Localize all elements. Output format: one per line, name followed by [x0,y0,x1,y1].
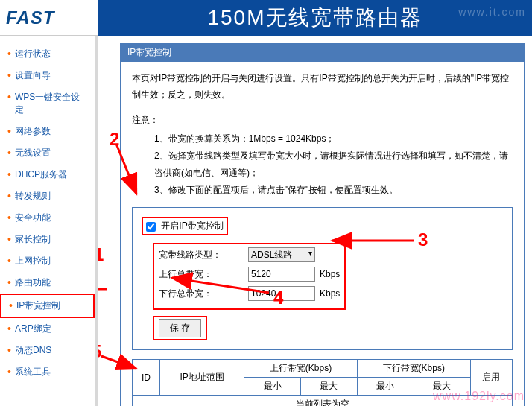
annotation-1: 1 [98,244,104,265]
sidebar-item-14[interactable]: 系统工具 [0,361,95,383]
sidebar-item-2[interactable]: WPS一键安全设定 [0,86,95,121]
sidebar-item-9[interactable]: 上网控制 [0,250,95,272]
th-up: 上行带宽(Kbps) [244,360,358,378]
sidebar-item-5[interactable]: DHCP服务器 [0,164,95,185]
note-list: 1、带宽的换算关系为：1Mbps = 1024Kbps；2、选择宽带线路类型及填… [154,130,513,198]
sidebar-item-13[interactable]: 动态DNS [0,340,95,361]
sidebar-item-12[interactable]: ARP绑定 [0,318,95,340]
note-2: 3、修改下面的配置项后，请点击"保存"按钮，使配置项生效。 [154,182,513,199]
note-title: 注意： [132,114,513,127]
intro-text: 本页对IP带宽控制的开启与关闭进行设置。只有IP带宽控制的总开关为开启时，后续的… [132,71,513,103]
sidebar-item-3[interactable]: 网络参数 [0,121,95,142]
downstream-input[interactable] [248,286,315,301]
th-up-max: 最大 [301,378,358,396]
config-box: 开启IP带宽控制 宽带线路类型： ADSL线路 上行总带宽： Kbps [132,207,513,350]
arrow-1 [98,282,109,299]
th-up-min: 最小 [244,378,301,396]
page-title: 150M无线宽带路由器 www.it.com [98,0,532,36]
save-button[interactable]: 保 存 [159,319,201,337]
annotation-2: 2 [110,129,119,150]
unit-down: Kbps [320,288,340,299]
sidebar-item-6[interactable]: 转发规则 [0,185,95,207]
enable-label: 开启IP带宽控制 [161,221,223,231]
note-0: 1、带宽的换算关系为：1Mbps = 1024Kbps； [154,130,513,148]
sidebar-item-4[interactable]: 无线设置 [0,142,95,164]
enable-row: 开启IP带宽控制 [142,217,228,235]
sidebar-item-10[interactable]: 路由功能 [0,272,95,294]
upstream-input[interactable] [248,267,315,282]
upstream-label: 上行总带宽： [159,268,248,281]
sidebar-item-11[interactable]: IP带宽控制 [0,294,95,318]
downstream-label: 下行总带宽： [159,288,248,300]
unit-up: Kbps [320,269,340,279]
header-watermark: www.it.com [458,6,526,18]
line-type-select[interactable]: ADSL线路 [248,247,315,262]
th-down-min: 最小 [357,378,414,396]
logo-area: FAST [0,0,98,36]
content-panel: IP带宽控制 本页对IP带宽控制的开启与关闭进行设置。只有IP带宽控制的总开关为… [98,36,532,406]
title-text: 150M无线宽带路由器 [207,4,422,32]
sidebar-item-7[interactable]: 安全功能 [0,207,95,229]
sidebar-item-1[interactable]: 设置向导 [0,65,95,86]
sidebar-item-0[interactable]: 运行状态 [0,43,95,65]
sidebar-item-8[interactable]: 家长控制 [0,229,95,250]
panel-title: IP带宽控制 [120,43,525,62]
note-1: 2、选择宽带线路类型及填写带宽大小时，请根据实际情况进行选择和填写，如不清楚，请… [154,148,513,182]
sidebar: 运行状态设置向导WPS一键安全设定网络参数无线设置DHCP服务器转发规则安全功能… [0,36,98,406]
th-range: IP地址范围 [159,360,244,396]
logo-text: FAST [6,7,54,28]
th-down: 下行带宽(Kbps) [357,360,470,378]
annotation-5: 5 [98,341,101,362]
enable-checkbox[interactable] [146,222,156,232]
watermark: www.192ly.com [433,390,525,403]
line-type-label: 宽带线路类型： [159,249,248,261]
th-id: ID [133,360,160,396]
